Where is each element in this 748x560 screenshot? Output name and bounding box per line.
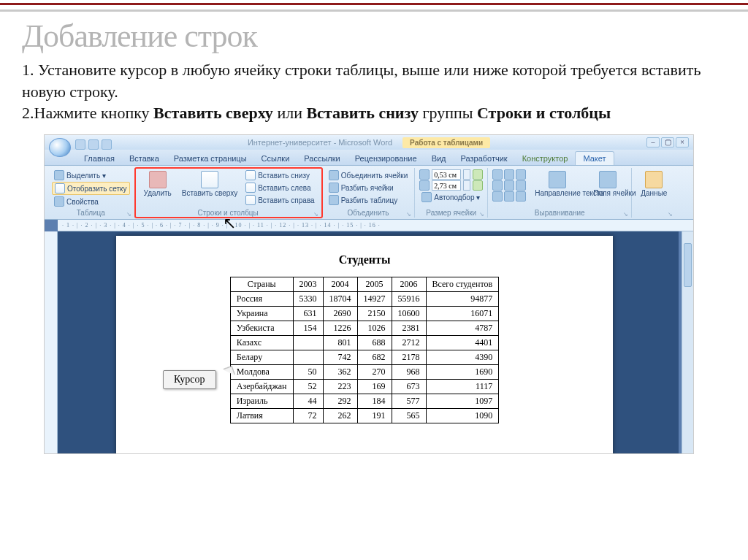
document-heading: Студенты	[153, 253, 576, 266]
table-row[interactable]: Россия533018704149275591694877	[230, 292, 498, 307]
tab-review[interactable]: Рецензирование	[348, 152, 424, 165]
align-mc-icon[interactable]	[504, 180, 514, 191]
table-row[interactable]: Белару74268221784390	[230, 350, 498, 365]
document-area: · 1 · | · 2 · | · 3 · | · 4 · | · 5 · | …	[45, 220, 693, 453]
split-cells-button[interactable]: Разбить ячейки	[327, 182, 411, 193]
spinner-icon[interactable]	[463, 180, 470, 191]
insert-above-icon	[201, 171, 218, 188]
insert-left-button[interactable]: Вставить слева	[243, 182, 316, 193]
data-icon	[645, 171, 663, 188]
cell-margins-icon	[599, 171, 617, 188]
merge-icon	[329, 170, 339, 180]
group-rows-columns: Удалить Вставить сверху Вставить снизу В…	[135, 168, 322, 218]
width-icon	[419, 180, 430, 191]
col-width-input[interactable]	[432, 180, 461, 191]
delete-button[interactable]: Удалить	[140, 169, 176, 199]
autofit-icon	[421, 192, 432, 202]
slide-body: 1. Установите курсор в любую ячейку стро…	[0, 59, 748, 134]
view-gridlines-button[interactable]: Отобразить сетку	[52, 182, 130, 195]
row-height-spinner[interactable]	[419, 169, 483, 180]
insert-above-button[interactable]: Вставить сверху	[178, 169, 242, 199]
ribbon-tabs: Главная Вставка Разметка страницы Ссылки…	[45, 150, 693, 166]
select-icon	[54, 170, 64, 180]
table-row[interactable]: Молдова503622709681690	[230, 365, 498, 380]
split-table-icon	[329, 195, 339, 205]
office-button[interactable]	[49, 138, 71, 157]
autofit-button[interactable]: Автоподбор ▾	[419, 191, 483, 203]
data-button[interactable]: Данные	[636, 169, 671, 199]
group-table: Выделить ▾ Отобразить сетку Свойства Таб…	[47, 168, 135, 218]
row-height-input[interactable]	[432, 169, 461, 180]
align-tc-icon[interactable]	[504, 169, 514, 180]
align-tl-icon[interactable]	[492, 169, 503, 180]
align-mr-icon[interactable]	[516, 180, 526, 191]
tab-developer[interactable]: Разработчик	[454, 152, 515, 165]
tab-design[interactable]: Конструктор	[515, 152, 576, 165]
properties-button[interactable]: Свойства	[52, 196, 130, 207]
merge-cells-button[interactable]: Объединить ячейки	[327, 169, 411, 181]
qat-save-icon[interactable]	[75, 139, 85, 150]
editor-viewport: Студенты Страны 2003 2004 2005 2006 Всег…	[58, 231, 679, 453]
qat-undo-icon[interactable]	[88, 139, 99, 150]
contextual-tab-title: Работа с таблицами	[402, 137, 490, 148]
students-table[interactable]: Страны 2003 2004 2005 2006 Всего студент…	[230, 277, 499, 423]
align-bc-icon[interactable]	[504, 191, 514, 202]
cell-margins-button[interactable]: Поля ячейки	[589, 169, 627, 199]
vertical-ruler[interactable]	[45, 231, 58, 453]
split-table-button[interactable]: Разбить таблицу	[327, 194, 411, 206]
table-row[interactable]: Украина631269021501060016071	[230, 307, 498, 321]
maximize-button[interactable]: ▢	[661, 137, 674, 147]
qat-redo-icon[interactable]	[102, 139, 112, 150]
window-titlebar: Интернет-университет - Microsoft Word Ра…	[45, 135, 693, 150]
group-label-rows-cols: Строки и столбцы	[140, 209, 317, 217]
delete-icon	[149, 171, 167, 188]
step-2: 2.Нажмите кнопку Вставить сверху или Вст…	[22, 102, 726, 124]
step-1: 1. Установите курсор в любую ячейку стро…	[22, 59, 726, 102]
cursor-callout: Курсор	[163, 370, 216, 389]
group-label-table: Таблица	[52, 209, 130, 217]
gridlines-icon	[55, 183, 65, 193]
distribute-cols-icon[interactable]	[473, 180, 483, 191]
spinner-icon[interactable]	[463, 169, 470, 180]
insert-left-icon	[245, 183, 256, 193]
vertical-scrollbar[interactable]	[682, 231, 693, 453]
scrollbar-thumb[interactable]	[684, 243, 692, 287]
tab-mailings[interactable]: Рассылки	[297, 152, 347, 165]
tab-home[interactable]: Главная	[77, 152, 122, 165]
align-tr-icon[interactable]	[516, 169, 526, 180]
table-row[interactable]: Азербайджан522231696731117	[230, 380, 498, 394]
tab-page-layout[interactable]: Разметка страницы	[167, 152, 254, 165]
table-row[interactable]: Латвия722621915651090	[230, 409, 498, 423]
select-button[interactable]: Выделить ▾	[52, 169, 130, 181]
properties-icon	[54, 196, 64, 207]
insert-below-button[interactable]: Вставить снизу	[243, 169, 316, 181]
insert-below-icon	[245, 170, 256, 180]
align-br-icon[interactable]	[516, 191, 526, 202]
tab-layout[interactable]: Макет	[575, 151, 614, 165]
tab-view[interactable]: Вид	[424, 152, 454, 165]
table-row[interactable]: Узбекиста1541226102623814787	[230, 321, 498, 336]
group-cell-size: Автоподбор ▾ Размер ячейки	[415, 168, 488, 218]
tab-insert[interactable]: Вставка	[122, 152, 167, 165]
word-screenshot: Интернет-университет - Microsoft Word Ра…	[44, 134, 694, 454]
align-ml-icon[interactable]	[492, 180, 503, 191]
close-button[interactable]: ×	[676, 137, 689, 147]
align-bl-icon[interactable]	[492, 191, 503, 202]
distribute-rows-icon[interactable]	[473, 169, 483, 180]
tab-references[interactable]: Ссылки	[254, 152, 297, 165]
horizontal-ruler[interactable]: · 1 · | · 2 · | · 3 · | · 4 · | · 5 · | …	[58, 220, 693, 231]
window-title: Интернет-университет - Microsoft Word	[248, 138, 392, 147]
page[interactable]: Студенты Страны 2003 2004 2005 2006 Всег…	[116, 236, 613, 453]
col-width-spinner[interactable]	[419, 180, 483, 191]
insert-right-button[interactable]: Вставить справа	[243, 194, 316, 206]
group-label-cell-size: Размер ячейки	[419, 209, 483, 217]
height-icon	[419, 169, 430, 180]
table-row[interactable]: Казахс80168827124401	[230, 336, 498, 350]
minimize-button[interactable]: –	[646, 137, 660, 147]
table-row[interactable]: Израиль442921845771097	[230, 394, 498, 409]
split-cells-icon	[329, 183, 339, 193]
group-label-merge: Объединить	[327, 209, 411, 217]
quick-access-toolbar[interactable]	[75, 139, 112, 150]
text-direction-button[interactable]: Направление текста	[530, 169, 584, 199]
slide-top-rule	[0, 3, 748, 12]
